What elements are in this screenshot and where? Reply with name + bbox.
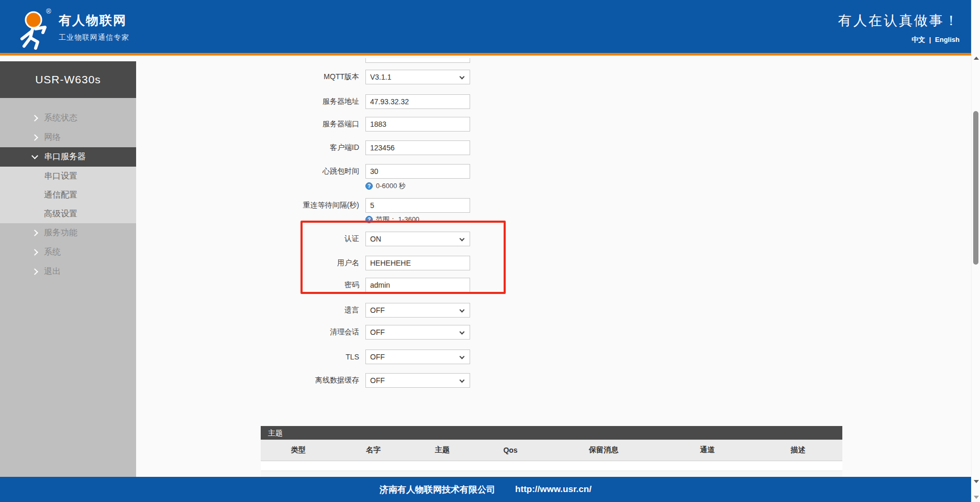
select-value: ON: [370, 235, 381, 243]
table-title: 主题: [261, 426, 842, 440]
sidebar-subitem-label: 串口设置: [44, 171, 77, 182]
table-header-row: 类型 名字 主题 Qos 保留消息 通道 描述: [261, 440, 842, 461]
column-header-channel: 通道: [661, 440, 754, 461]
offline-cache-select[interactable]: OFF: [365, 373, 470, 388]
topic-table: 主题 类型 名字 主题 Qos 保留消息 通道 描述: [261, 426, 842, 477]
form-row-auth: 认证 ON: [136, 232, 470, 246]
last-will-select[interactable]: OFF: [365, 303, 470, 318]
field-label: 密码: [136, 280, 359, 290]
username-input[interactable]: [365, 256, 470, 270]
table-row: [261, 471, 842, 477]
logo-title: 有人物联网: [59, 12, 129, 29]
chevron-right-icon: [31, 115, 38, 122]
lang-zh-link[interactable]: 中文: [911, 36, 925, 43]
sidebar-subitem-serial-settings[interactable]: 串口设置: [0, 167, 136, 185]
chevron-right-icon: [31, 230, 38, 236]
logo-subtitle: 工业物联网通信专家: [59, 33, 129, 42]
sidebar-item-label: 系统状态: [44, 113, 77, 124]
usr-person-logo-icon: ®: [13, 4, 53, 50]
field-label: 服务器地址: [136, 97, 359, 106]
column-header-description: 描述: [754, 440, 842, 461]
select-value: OFF: [370, 376, 385, 385]
clean-session-select[interactable]: OFF: [365, 325, 470, 340]
sidebar-item-system[interactable]: 系统: [0, 243, 136, 262]
field-label: 客户端ID: [136, 143, 359, 152]
sidebar-item-logout[interactable]: 退出: [0, 262, 136, 281]
table-row: [261, 461, 842, 471]
sidebar: USR-W630s 系统状态 网络 串口服务器 串口设置 通信配置: [0, 61, 136, 477]
form-row-mqtt-version: MQTT版本 V3.1.1: [136, 70, 470, 84]
help-icon: ?: [365, 216, 373, 223]
language-switch: 中文 | English: [838, 35, 960, 45]
password-input[interactable]: [365, 278, 470, 292]
logo-block: ® 有人物联网 工业物联网通信专家: [13, 4, 129, 50]
form-row-reconnect-interval: 重连等待间隔(秒): [136, 198, 470, 213]
header-right: 有人在认真做事！ 中文 | English: [838, 12, 960, 45]
column-header-qos: Qos: [474, 440, 547, 461]
chevron-right-icon: [31, 249, 38, 256]
device-title: USR-W630s: [0, 61, 136, 98]
registered-mark: ®: [46, 7, 51, 15]
field-label: 离线数据缓存: [136, 376, 359, 385]
auth-select[interactable]: ON: [365, 232, 470, 246]
header-slogan: 有人在认真做事！: [838, 12, 960, 30]
form-row-server-address: 服务器地址: [136, 94, 470, 109]
lang-en-link[interactable]: English: [935, 36, 960, 43]
field-label: 重连等待间隔(秒): [136, 201, 359, 210]
chevron-right-icon: [31, 134, 38, 141]
vertical-scrollbar[interactable]: [971, 0, 980, 502]
reconnect-interval-input[interactable]: [365, 198, 470, 213]
company-url-link[interactable]: http://www.usr.cn/: [515, 484, 592, 495]
scroll-up-arrow-icon[interactable]: [974, 57, 979, 60]
corner-scroll-down-arrow-icon[interactable]: [974, 496, 979, 499]
field-label: 遗言: [136, 305, 359, 315]
chevron-down-icon: [460, 354, 465, 359]
field-label: 心跳包时间: [136, 167, 359, 176]
app-header: ® 有人物联网 工业物联网通信专家 有人在认真做事！ 中文 | English: [0, 0, 971, 56]
sidebar-item-system-status[interactable]: 系统状态: [0, 108, 136, 128]
chevron-right-icon: [31, 268, 38, 275]
chevron-down-icon: [460, 330, 465, 335]
sidebar-subitem-comm-config[interactable]: 通信配置: [0, 185, 136, 204]
client-id-input[interactable]: [365, 140, 470, 155]
field-label: 服务器端口: [136, 119, 359, 129]
heartbeat-time-input[interactable]: [365, 164, 470, 179]
heartbeat-hint: ? 0-6000 秒: [365, 181, 406, 191]
form-row-server-port: 服务器端口: [136, 117, 470, 132]
mqtt-version-select[interactable]: V3.1.1: [365, 70, 470, 84]
sidebar-item-label: 网络: [44, 132, 61, 143]
server-address-input[interactable]: [365, 94, 470, 109]
column-header-type: 类型: [261, 440, 336, 461]
sidebar-subitem-label: 通信配置: [44, 190, 77, 201]
scroll-down-arrow-icon[interactable]: [974, 480, 979, 483]
form-row-offline-cache: 离线数据缓存 OFF: [136, 373, 470, 388]
tls-select[interactable]: OFF: [365, 350, 470, 364]
app-footer: 济南有人物联网技术有限公司 http://www.usr.cn/: [0, 477, 971, 502]
select-value: V3.1.1: [370, 73, 391, 81]
company-name: 济南有人物联网技术有限公司: [380, 484, 495, 496]
select-value: OFF: [370, 306, 385, 314]
form-row-username: 用户名: [136, 256, 470, 270]
sidebar-item-network[interactable]: 网络: [0, 128, 136, 147]
hint-text: 范围： 1-3600: [376, 215, 419, 224]
chevron-down-icon: [460, 308, 465, 313]
scrollbar-thumb[interactable]: [973, 111, 978, 265]
form-row-clean-session: 清理会话 OFF: [136, 325, 470, 340]
hint-text: 0-6000 秒: [376, 181, 406, 191]
chevron-down-icon: [460, 74, 465, 80]
sidebar-subitem-advanced-settings[interactable]: 高级设置: [0, 204, 136, 223]
sidebar-item-service-function[interactable]: 服务功能: [0, 223, 136, 243]
chevron-down-icon: [31, 152, 38, 159]
chevron-down-icon: [460, 378, 465, 383]
sidebar-item-serial-server[interactable]: 串口服务器: [0, 147, 136, 167]
field-label: 认证: [136, 234, 359, 244]
form-row-client-id: 客户端ID: [136, 140, 470, 155]
serial-server-submenu: 串口设置 通信配置 高级设置: [0, 167, 136, 223]
truncated-field-above[interactable]: [365, 58, 470, 63]
sidebar-subitem-label: 高级设置: [44, 209, 77, 220]
sidebar-menu: 系统状态 网络 串口服务器 串口设置 通信配置 高级设置: [0, 98, 136, 281]
field-label: TLS: [136, 353, 359, 361]
server-port-input[interactable]: [365, 117, 470, 132]
reconnect-interval-hint: ? 范围： 1-3600: [365, 215, 419, 224]
help-icon: ?: [365, 182, 373, 190]
